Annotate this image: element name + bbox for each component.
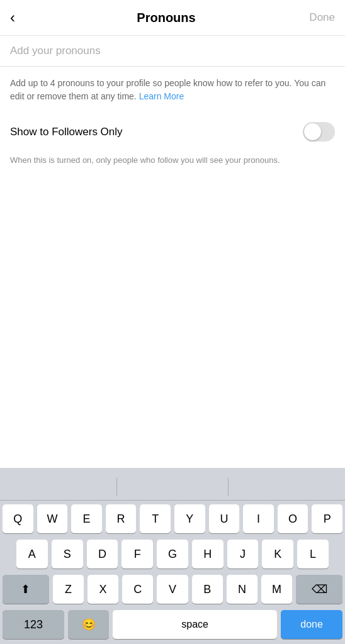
toggle-description: When this is turned on, only people who …: [10, 154, 335, 167]
keyboard-suggestions: [0, 473, 345, 501]
keyboard-done-key[interactable]: done: [281, 610, 342, 639]
key-c[interactable]: C: [122, 575, 153, 604]
key-o[interactable]: O: [278, 504, 308, 533]
pronoun-input[interactable]: [10, 45, 335, 57]
key-p[interactable]: P: [312, 504, 342, 533]
toggle-thumb: [304, 123, 321, 140]
key-d[interactable]: D: [87, 540, 118, 569]
keyboard-keys: Q W E R T Y U I O P A S D F G H J K L ⬆ …: [0, 501, 345, 604]
key-x[interactable]: X: [88, 575, 118, 604]
key-a[interactable]: A: [16, 540, 48, 569]
key-q[interactable]: Q: [3, 504, 33, 533]
page-header: ‹ Pronouns Done: [0, 0, 345, 36]
key-row-2: A S D F G H J K L: [3, 540, 342, 569]
space-key[interactable]: space: [113, 610, 277, 639]
key-l[interactable]: L: [297, 540, 329, 569]
emoji-key[interactable]: 😊: [68, 610, 109, 639]
key-e[interactable]: E: [71, 504, 102, 533]
description-text: Add up to 4 pronouns to your profile so …: [10, 77, 335, 103]
key-z[interactable]: Z: [53, 575, 84, 604]
learn-more-link[interactable]: Learn More: [139, 91, 184, 101]
page-title: Pronouns: [137, 11, 195, 25]
key-u[interactable]: U: [209, 504, 240, 533]
suggestion-divider-left: [116, 478, 117, 496]
toggle-label: Show to Followers Only: [10, 126, 123, 138]
key-row-1: Q W E R T Y U I O P: [3, 504, 342, 533]
shift-key[interactable]: ⬆: [3, 575, 49, 604]
key-m[interactable]: M: [261, 575, 292, 604]
delete-key[interactable]: ⌫: [296, 575, 342, 604]
done-button[interactable]: Done: [297, 11, 335, 24]
keyboard: Q W E R T Y U I O P A S D F G H J K L ⬆ …: [0, 468, 345, 644]
key-f[interactable]: F: [122, 540, 153, 569]
key-w[interactable]: W: [37, 504, 68, 533]
key-r[interactable]: R: [106, 504, 137, 533]
key-g[interactable]: G: [157, 540, 188, 569]
key-j[interactable]: J: [227, 540, 259, 569]
followers-toggle[interactable]: [303, 122, 335, 142]
key-t[interactable]: T: [140, 504, 171, 533]
keyboard-bottom-row: 123 😊 space done: [0, 610, 345, 644]
key-n[interactable]: N: [227, 575, 257, 604]
key-s[interactable]: S: [52, 540, 83, 569]
key-y[interactable]: Y: [174, 504, 205, 533]
suggestion-divider-right: [228, 478, 229, 496]
description-section: Add up to 4 pronouns to your profile so …: [0, 67, 345, 167]
key-k[interactable]: K: [262, 540, 293, 569]
show-followers-toggle-row: Show to Followers Only: [10, 116, 335, 148]
key-b[interactable]: B: [192, 575, 223, 604]
key-h[interactable]: H: [192, 540, 223, 569]
key-v[interactable]: V: [157, 575, 188, 604]
pronoun-input-section[interactable]: [0, 36, 345, 67]
key-i[interactable]: I: [243, 504, 274, 533]
num-key[interactable]: 123: [3, 610, 64, 639]
key-row-3: ⬆ Z X C V B N M ⌫: [3, 575, 342, 604]
back-button[interactable]: ‹: [10, 9, 35, 26]
